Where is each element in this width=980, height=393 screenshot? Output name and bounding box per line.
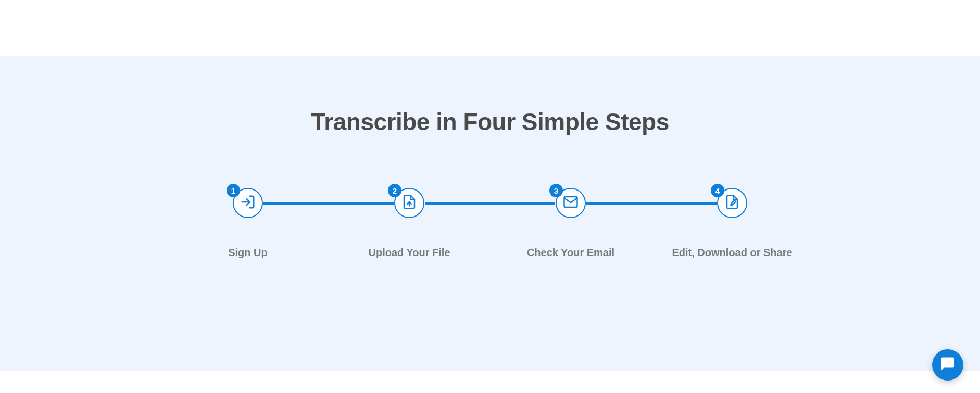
steps-row: 1 Sign Up 2 bbox=[0, 188, 980, 259]
chat-icon bbox=[940, 356, 956, 374]
step-connector bbox=[263, 202, 394, 205]
steps-section: Transcribe in Four Simple Steps 1 Sign U… bbox=[0, 56, 980, 371]
chat-widget-button[interactable] bbox=[932, 349, 963, 381]
login-icon bbox=[240, 194, 256, 212]
step-number-badge: 4 bbox=[711, 184, 724, 197]
step-number-badge: 2 bbox=[388, 184, 401, 197]
step-icon-wrap: 3 bbox=[556, 188, 586, 218]
step-connector bbox=[425, 202, 555, 205]
step-label: Check Your Email bbox=[527, 247, 614, 259]
step-connector bbox=[586, 202, 717, 205]
step-label: Sign Up bbox=[228, 247, 268, 259]
step-upload-file: 2 Upload Your File bbox=[329, 188, 490, 259]
step-edit-download-share: 4 Edit, Download or Share bbox=[651, 188, 813, 259]
email-icon bbox=[563, 194, 579, 212]
upload-file-icon bbox=[401, 194, 417, 212]
step-icon-wrap: 4 bbox=[717, 188, 747, 218]
edit-file-icon bbox=[724, 194, 740, 212]
step-label: Upload Your File bbox=[368, 247, 450, 259]
step-icon-wrap: 1 bbox=[233, 188, 263, 218]
step-number-badge: 1 bbox=[227, 184, 240, 197]
step-number-badge: 3 bbox=[549, 184, 563, 197]
step-sign-up: 1 Sign Up bbox=[167, 188, 329, 259]
section-heading: Transcribe in Four Simple Steps bbox=[311, 108, 669, 136]
step-label: Edit, Download or Share bbox=[672, 247, 792, 259]
step-check-email: 3 Check Your Email bbox=[490, 188, 651, 259]
step-icon-wrap: 2 bbox=[394, 188, 424, 218]
